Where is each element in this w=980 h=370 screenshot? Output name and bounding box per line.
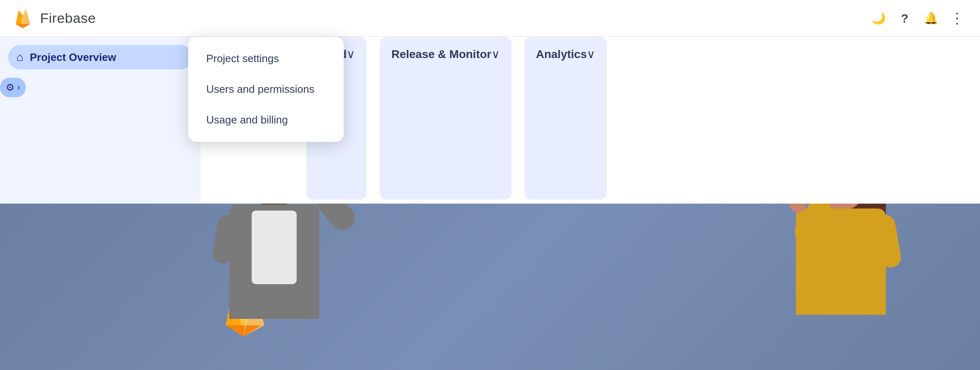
project-overview-label: Project Overview: [30, 51, 178, 64]
release-monitor-chevron-down-icon: ∨: [491, 47, 500, 61]
main-content: [0, 204, 980, 370]
header-actions: 🌙 ? 🔔 ⋮: [868, 8, 968, 29]
more-icon: ⋮: [950, 11, 964, 26]
chevron-right-icon: ›: [17, 82, 20, 93]
character-man: [213, 204, 336, 370]
analytics-section-button[interactable]: Analytics ∨: [525, 37, 607, 72]
main-content-background: [0, 204, 980, 370]
usage-billing-item[interactable]: Usage and billing: [188, 105, 344, 135]
analytics-section: Analytics ∨: [525, 37, 607, 200]
bell-icon: 🔔: [924, 11, 938, 25]
settings-dropdown-menu: Project settings Users and permissions U…: [188, 37, 344, 142]
users-permissions-item[interactable]: Users and permissions: [188, 74, 344, 105]
app-title: Firebase: [40, 10, 96, 26]
header: Firebase 🌙 ? 🔔 ⋮: [0, 0, 980, 37]
release-monitor-section-button[interactable]: Release & Monitor ∨: [380, 37, 511, 72]
project-settings-item[interactable]: Project settings: [188, 43, 344, 74]
more-options-button[interactable]: ⋮: [946, 8, 968, 29]
notifications-button[interactable]: 🔔: [920, 8, 942, 29]
dark-mode-button[interactable]: 🌙: [868, 8, 889, 29]
sidebar: ⌂ Project Overview ⚙ ›: [0, 37, 201, 204]
project-overview-button[interactable]: ⌂ Project Overview: [8, 45, 192, 70]
character-woman: [784, 204, 898, 370]
release-monitor-section: Release & Monitor ∨: [380, 37, 511, 200]
release-monitor-label: Release & Monitor: [391, 48, 491, 61]
help-icon: ?: [901, 11, 908, 25]
analytics-label: Analytics: [536, 48, 587, 61]
firebase-logo-icon: [12, 8, 34, 29]
analytics-chevron-down-icon: ∨: [587, 47, 595, 61]
gear-icon: ⚙: [6, 82, 15, 93]
help-button[interactable]: ?: [894, 8, 915, 29]
build-chevron-down-icon: ∨: [347, 47, 355, 61]
main-layout: ⌂ Project Overview ⚙ › Product categorie…: [0, 37, 980, 204]
home-icon: ⌂: [16, 51, 23, 64]
logo-area: Firebase: [12, 8, 96, 29]
dark-mode-icon: 🌙: [872, 11, 886, 25]
settings-button[interactable]: ⚙ ›: [0, 78, 26, 97]
